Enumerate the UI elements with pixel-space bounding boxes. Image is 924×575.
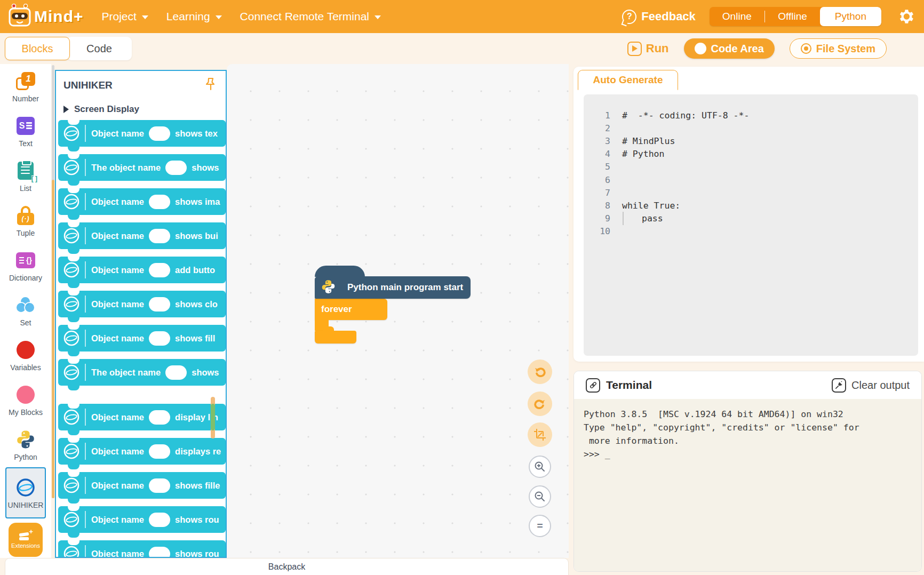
tab-blocks[interactable]: Blocks xyxy=(5,37,70,60)
palette-block-shows[interactable]: The object nameshows xyxy=(58,154,226,181)
palette-block-shows-fill[interactable]: Object nameshows fill xyxy=(58,325,226,352)
tab-code[interactable]: Code xyxy=(67,37,132,60)
menu-learning[interactable]: Learning xyxy=(166,10,222,23)
line-number: 4 xyxy=(584,149,610,159)
code-line: 5 xyxy=(584,161,918,173)
palette-block-shows-2[interactable]: The object nameshows xyxy=(58,359,226,386)
chevron-down-icon xyxy=(216,15,222,19)
question-bubble-icon: ? xyxy=(622,10,636,24)
code-editor[interactable]: 1# -*- coding: UTF-8 -*- 2 3# MindPlus 4… xyxy=(584,94,918,356)
object-name-slot[interactable] xyxy=(149,547,170,558)
unihiker-block-icon xyxy=(62,510,81,529)
sidebar-item-my-blocks[interactable]: My Blocks xyxy=(0,378,51,422)
object-name-slot[interactable] xyxy=(149,444,170,459)
zoom-in-button[interactable] xyxy=(529,456,551,478)
extensions-button[interactable]: + Extensions xyxy=(9,523,43,557)
palette-block-shows-clock[interactable]: Object nameshows clo xyxy=(58,291,226,317)
redo-button[interactable] xyxy=(528,392,552,416)
unihiker-block-icon xyxy=(62,476,81,494)
palette-row: Object nameshows ima xyxy=(58,188,226,215)
menu-connect-remote-terminal[interactable]: Connect Remote Terminal xyxy=(240,10,381,23)
object-name-slot[interactable] xyxy=(149,195,170,209)
palette-row: The object nameshows xyxy=(58,154,226,181)
zoom-reset-button[interactable]: = xyxy=(529,515,551,537)
tab-auto-generate[interactable]: Auto Generate xyxy=(578,70,678,90)
sidebar-scrollbar-thumb[interactable] xyxy=(52,180,54,498)
object-name-slot[interactable] xyxy=(149,263,170,277)
code-line: 8while True: xyxy=(584,199,918,212)
object-name-slot[interactable] xyxy=(149,513,170,527)
pin-icon[interactable] xyxy=(204,77,217,93)
palette-block-shows-button[interactable]: Object nameshows bui xyxy=(58,222,226,249)
object-name-slot[interactable] xyxy=(149,126,170,141)
code-line: 10 xyxy=(584,225,918,238)
sidebar-item-dictionary[interactable]: {} Dictionary xyxy=(0,243,51,288)
palette-block-add-button[interactable]: Object nameadd butto xyxy=(58,257,226,283)
object-name-slot[interactable] xyxy=(149,297,170,312)
code-line: 6 xyxy=(584,173,918,186)
menu-project[interactable]: Project xyxy=(102,10,148,23)
terminal-panel: Terminal Clear output Python 3.8.5 [MSC … xyxy=(573,371,922,572)
palette-title: UNIHIKER xyxy=(63,79,113,91)
mode-online-button[interactable]: Online xyxy=(710,7,764,26)
palette-row: Object nameshows rou xyxy=(58,540,226,558)
object-name-slot[interactable] xyxy=(165,365,187,380)
palette-block-shows-round[interactable]: Object nameshows rou xyxy=(58,506,226,533)
object-name-slot[interactable] xyxy=(149,410,170,425)
code-area-button[interactable]: ✓ Code Area xyxy=(684,38,775,59)
toolbar-right-group: Run ✓ Code Area File System xyxy=(627,38,887,59)
python-main-program-start-block[interactable]: Python main program start xyxy=(315,276,471,299)
undo-button[interactable] xyxy=(528,360,552,384)
line-number: 10 xyxy=(584,226,610,236)
clear-output-button[interactable]: Clear output xyxy=(832,378,910,393)
sidebar-item-unihiker[interactable]: UNIHIKER xyxy=(5,467,46,518)
sidebar-item-number[interactable]: 1 Number xyxy=(0,64,51,109)
file-system-button[interactable]: File System xyxy=(790,38,887,59)
sidebar-item-set[interactable]: Set xyxy=(0,288,51,333)
palette-scrollbar[interactable] xyxy=(211,397,215,438)
play-icon xyxy=(627,42,642,56)
script-stack[interactable]: Python main program start forever xyxy=(315,276,471,344)
sidebar-item-python[interactable]: Python xyxy=(0,422,51,467)
line-number: 2 xyxy=(584,123,610,133)
run-button[interactable]: Run xyxy=(627,42,669,56)
header-right-group: ? Feedback Online Offline Python xyxy=(622,7,914,26)
palette-block-shows-text[interactable]: Object nameshows tex xyxy=(58,120,226,147)
unihiker-block-icon xyxy=(62,545,81,558)
terminal-line: >>> _ xyxy=(584,448,912,461)
sidebar-item-tuple[interactable]: (·) Tuple xyxy=(0,198,51,243)
settings-gear-icon[interactable] xyxy=(895,7,914,26)
palette-block-shows-round-2[interactable]: Object nameshows rou xyxy=(58,540,226,558)
object-name-slot[interactable] xyxy=(149,331,170,346)
object-name-slot[interactable] xyxy=(149,478,170,493)
sidebar-scrollbar[interactable] xyxy=(52,65,54,498)
mindplus-logo[interactable]: Mind+ xyxy=(7,4,84,29)
palette-block-display-line[interactable]: Object namedisplay lin xyxy=(58,404,226,430)
zoom-out-button[interactable] xyxy=(529,485,551,508)
category-screen-display[interactable]: Screen Display xyxy=(56,97,226,120)
code-text: # Python xyxy=(622,149,664,159)
mode-python-button[interactable]: Python xyxy=(820,7,881,26)
palette-block-shows-filled[interactable]: Object nameshows fille xyxy=(58,472,226,499)
workspace-canvas[interactable]: Python main program start forever = xyxy=(227,64,569,558)
code-line: 3# MindPlus xyxy=(584,134,918,147)
palette-scrollbar-thumb[interactable] xyxy=(211,404,215,430)
unihiker-block-icon xyxy=(62,193,81,211)
object-name-slot[interactable] xyxy=(149,229,170,243)
object-name-slot[interactable] xyxy=(165,161,187,175)
code-line: 9pass xyxy=(584,212,918,225)
feedback-button[interactable]: ? Feedback xyxy=(622,10,696,24)
unihiker-block-icon xyxy=(62,158,81,177)
sidebar-item-list[interactable]: [ ] List xyxy=(0,154,51,198)
forever-block[interactable]: forever xyxy=(315,299,387,320)
forever-block-bottom[interactable] xyxy=(315,331,356,344)
mode-offline-button[interactable]: Offline xyxy=(765,7,820,26)
screenshot-crop-button[interactable] xyxy=(528,422,552,447)
sidebar-item-variables[interactable]: Variables xyxy=(0,333,51,378)
backpack-bar[interactable]: Backpack xyxy=(5,558,569,575)
sidebar-item-text[interactable]: S Text xyxy=(0,109,51,154)
terminal-output[interactable]: Python 3.8.5 [MSC v.1924 64 bit AMD64)] … xyxy=(574,399,921,572)
line-number: 8 xyxy=(584,201,610,211)
palette-block-shows-image[interactable]: Object nameshows ima xyxy=(58,188,226,215)
palette-block-displays-rect[interactable]: Object namedisplays re xyxy=(58,438,226,465)
